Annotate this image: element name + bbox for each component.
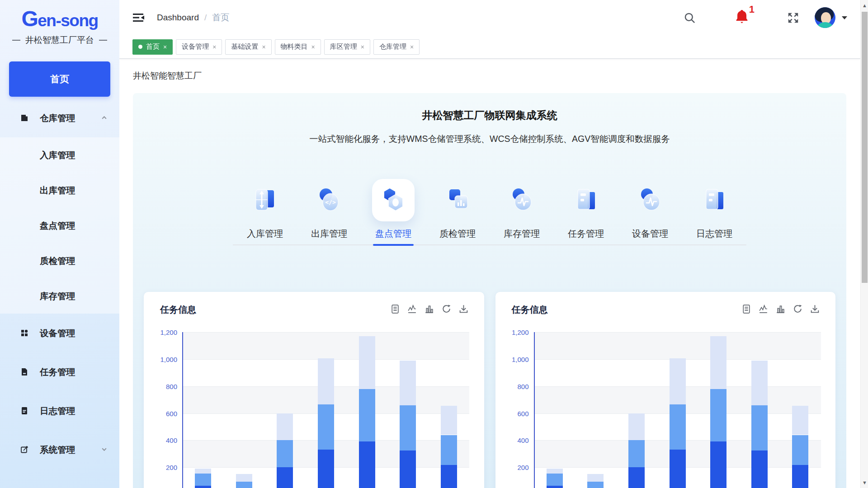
module-入库管理[interactable]: 入库管理 [233,179,297,240]
page-scrollbar[interactable]: ▲ ▼ [860,0,868,488]
system-edit-icon [20,445,29,454]
sidebar-subitem-盘点管理[interactable]: 盘点管理 [0,208,119,243]
tab-close-icon[interactable]: × [262,44,265,50]
y-axis-tick-label: 600 [150,409,177,417]
breadcrumb-separator: / [204,13,207,23]
scroll-up-arrow[interactable]: ▲ [861,3,868,8]
bar-segment [318,358,334,404]
sidebar-item-仓库管理[interactable]: 仓库管理 [0,99,119,137]
tab-close-icon[interactable]: × [212,44,216,50]
tabs-bar: 首页×设备管理×基础设置×物料类目×库区管理×仓库管理× [119,35,860,59]
search-icon[interactable] [684,12,696,24]
notification-bell[interactable]: 1 [735,9,749,26]
module-质检管理[interactable]: 质检管理 [425,179,490,240]
bar-segment [318,404,334,450]
logo-text: Gen-song [0,9,119,31]
bar-segment [792,465,808,488]
sidebar-item-label: 仓库管理 [40,112,75,124]
y-axis-tick-label: 800 [150,382,177,390]
bar-segment [441,406,457,435]
submenu-仓库管理: 入库管理出库管理盘点管理质检管理库存管理 [0,137,119,314]
split-area-band [534,332,821,359]
sidebar-item-系统管理[interactable]: 系统管理 [0,430,119,469]
bar-segment [628,467,645,488]
outbound-icon: </> [308,179,350,221]
stocktake-icon [372,179,415,221]
bar-segment [710,336,726,389]
tab-仓库管理[interactable]: 仓库管理× [373,39,420,55]
module-出库管理[interactable]: </>出库管理 [297,179,361,240]
bell-icon [735,9,749,26]
tab-库区管理[interactable]: 库区管理× [324,39,370,55]
tab-基础设置[interactable]: 基础设置× [225,39,271,55]
avatar[interactable] [815,7,835,28]
inbound-icon [244,179,286,221]
bar-segment [547,486,563,488]
tab-close-icon[interactable]: × [361,44,364,50]
tab-label: 设备管理 [182,42,209,51]
bar-segment [195,469,211,474]
sidebar-item-日志管理[interactable]: 日志管理 [0,391,119,430]
module-nav: 入库管理</>出库管理盘点管理质检管理库存管理任务管理设备管理日志管理 [233,179,746,240]
stacked-bar-chart: 2004006008001,0001,200 [495,292,836,488]
scrollbar-thumb[interactable] [862,12,868,283]
sidebar-subitem-库存管理[interactable]: 库存管理 [0,278,119,314]
sidebar-subitem-入库管理[interactable]: 入库管理 [0,137,119,173]
module-label: 任务管理 [568,228,604,240]
svg-text:</>: </> [325,199,336,206]
menu-fold-icon[interactable] [132,12,145,23]
warehouse-icon [20,113,29,122]
tab-设备管理[interactable]: 设备管理× [176,39,222,55]
bar-segment [547,469,563,474]
bar-segment [670,404,686,450]
breadcrumb-dashboard[interactable]: Dashboard [157,13,199,23]
bar-segment [400,361,416,405]
bar-segment [195,474,211,486]
tab-label: 仓库管理 [379,42,406,51]
device-icon [629,179,671,221]
module-label: 入库管理 [247,228,283,240]
bar-segment [670,450,686,488]
tab-close-icon[interactable]: × [410,44,414,50]
module-库存管理[interactable]: 库存管理 [490,179,554,240]
hero-title: 井松智慧工厂物联网集成系统 [133,108,846,122]
sidebar-item-label: 系统管理 [40,444,75,456]
bar-segment [547,474,563,486]
y-axis-tick-label: 1,200 [502,328,529,336]
page-title: 井松智能智慧工厂 [133,70,846,82]
y-axis-tick-label: 1,000 [150,355,177,363]
dashboard-panel: 井松智慧工厂物联网集成系统 一站式智能化服务，支持WMS仓储管理系统、WCS仓储… [133,93,846,488]
module-盘点管理[interactable]: 盘点管理 [361,179,425,240]
bar-segment [751,450,768,488]
notification-badge: 1 [749,4,755,15]
task-info-card-2: 2004006008001,0001,200任务信息 [495,292,836,488]
gridline [183,332,469,333]
sidebar-item-设备管理[interactable]: 设备管理 [0,314,119,352]
header-actions: 1 [684,7,848,28]
y-axis-tick-label: 1,200 [150,328,177,336]
log-icon [693,179,736,221]
sidebar-item-任务管理[interactable]: 任务管理 [0,352,119,391]
chevron-down-icon[interactable] [841,14,848,22]
sidebar-subitem-质检管理[interactable]: 质检管理 [0,243,119,278]
y-axis-line [182,332,183,488]
bar-segment [441,465,457,488]
module-日志管理[interactable]: 日志管理 [682,179,746,240]
chevron-up-icon [101,113,108,123]
module-设备管理[interactable]: 设备管理 [618,179,682,240]
scroll-down-arrow[interactable]: ▼ [861,480,868,485]
top-header: Dashboard / 首页 1 [119,0,860,35]
sidebar-subitem-出库管理[interactable]: 出库管理 [0,173,119,208]
sidebar-item-home[interactable]: 首页 [9,61,110,97]
y-axis-tick-label: 1,000 [502,355,529,363]
tab-close-icon[interactable]: × [163,44,167,50]
avatar-shirt [817,22,833,28]
tab-close-icon[interactable]: × [311,44,315,50]
tab-首页[interactable]: 首页× [132,39,173,55]
y-axis-tick-label: 600 [502,409,529,417]
y-axis-tick-label: 400 [150,436,177,444]
fullscreen-icon[interactable] [787,12,799,24]
bar-segment [236,482,252,488]
module-任务管理[interactable]: 任务管理 [554,179,618,240]
tab-物料类目[interactable]: 物料类目× [275,39,321,55]
